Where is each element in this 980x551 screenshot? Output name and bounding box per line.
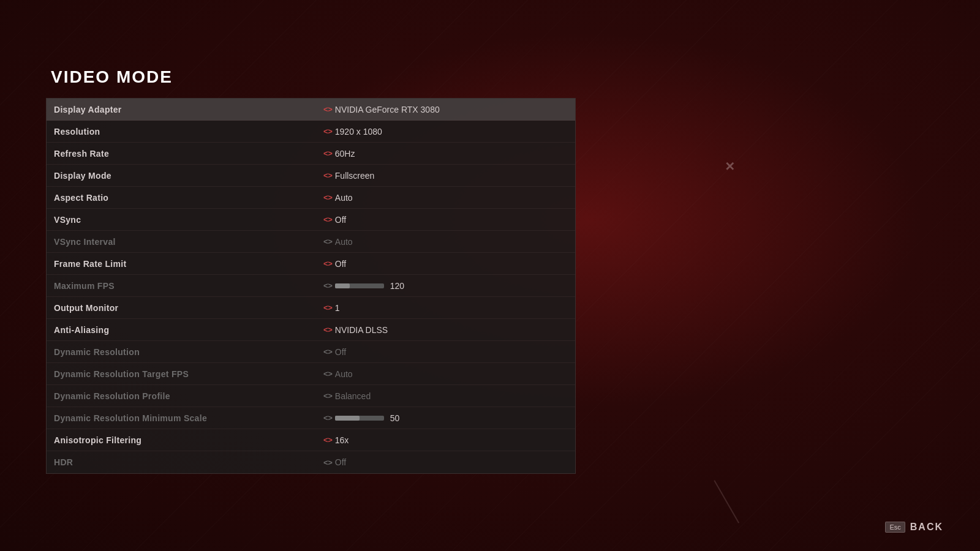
back-button[interactable]: Esc BACK <box>885 522 943 533</box>
arrows-display-mode[interactable]: < > <box>323 171 331 180</box>
setting-row-refresh-rate[interactable]: Refresh Rate< >60Hz <box>47 143 575 165</box>
setting-row-dynamic-resolution-target-fps[interactable]: Dynamic Resolution Target FPS< >Auto <box>47 363 575 385</box>
setting-value-display-adapter: NVIDIA GeForce RTX 3080 <box>335 105 440 114</box>
setting-label-output-monitor: Output Monitor <box>54 303 323 313</box>
setting-value-dynamic-resolution-minimum-scale: 50 <box>390 413 409 423</box>
back-label: BACK <box>910 522 943 533</box>
setting-value-display-mode: Fullscreen <box>335 171 375 181</box>
setting-label-dynamic-resolution-profile: Dynamic Resolution Profile <box>54 391 323 401</box>
setting-value-dynamic-resolution-target-fps: Auto <box>335 369 353 379</box>
setting-row-output-monitor[interactable]: Output Monitor< >1 <box>47 297 575 319</box>
setting-value-hdr: Off <box>335 457 346 467</box>
diagonal-decoration <box>714 456 780 523</box>
setting-row-vsync-interval[interactable]: VSync Interval< >Auto <box>47 231 575 253</box>
setting-row-resolution[interactable]: Resolution< >1920 x 1080 <box>47 121 575 143</box>
arrows-vsync[interactable]: < > <box>323 215 331 224</box>
setting-label-dynamic-resolution-target-fps: Dynamic Resolution Target FPS <box>54 369 323 379</box>
arrows-vsync-interval[interactable]: < > <box>323 237 331 246</box>
setting-label-vsync: VSync <box>54 215 323 225</box>
setting-value-output-monitor: 1 <box>335 303 340 313</box>
setting-label-resolution: Resolution <box>54 127 323 137</box>
setting-value-dynamic-resolution-profile: Balanced <box>335 391 371 401</box>
close-decoration: ✕ <box>725 159 735 174</box>
setting-row-anti-aliasing[interactable]: Anti-Aliasing< >NVIDIA DLSS <box>47 319 575 341</box>
setting-label-dynamic-resolution: Dynamic Resolution <box>54 347 323 357</box>
arrows-output-monitor[interactable]: < > <box>323 303 331 312</box>
setting-value-maximum-fps: 120 <box>390 281 409 291</box>
arrows-dynamic-resolution[interactable]: < > <box>323 347 331 356</box>
setting-label-anisotropic-filtering: Anisotropic Filtering <box>54 435 323 445</box>
setting-row-display-mode[interactable]: Display Mode< >Fullscreen <box>47 165 575 187</box>
esc-key-label: Esc <box>885 522 905 533</box>
setting-row-dynamic-resolution-profile[interactable]: Dynamic Resolution Profile< >Balanced <box>47 385 575 407</box>
setting-label-frame-rate-limit: Frame Rate Limit <box>54 259 323 269</box>
setting-value-vsync-interval: Auto <box>335 237 353 247</box>
setting-label-refresh-rate: Refresh Rate <box>54 149 323 159</box>
setting-value-vsync: Off <box>335 215 346 225</box>
arrows-hdr[interactable]: < > <box>323 458 331 467</box>
arrows-dynamic-resolution-minimum-scale[interactable]: < > <box>323 413 331 422</box>
setting-label-hdr: HDR <box>54 457 323 467</box>
setting-row-dynamic-resolution-minimum-scale[interactable]: Dynamic Resolution Minimum Scale< >50 <box>47 407 575 429</box>
setting-row-maximum-fps[interactable]: Maximum FPS< >120 <box>47 275 575 297</box>
setting-label-maximum-fps: Maximum FPS <box>54 281 323 291</box>
setting-row-vsync[interactable]: VSync< >Off <box>47 209 575 231</box>
setting-label-vsync-interval: VSync Interval <box>54 237 323 247</box>
setting-row-frame-rate-limit[interactable]: Frame Rate Limit< >Off <box>47 253 575 275</box>
setting-label-aspect-ratio: Aspect Ratio <box>54 193 323 203</box>
page-title: VIDEO MODE <box>51 67 173 87</box>
arrows-aspect-ratio[interactable]: < > <box>323 193 331 202</box>
setting-value-frame-rate-limit: Off <box>335 259 346 269</box>
setting-row-aspect-ratio[interactable]: Aspect Ratio< >Auto <box>47 187 575 209</box>
setting-row-anisotropic-filtering[interactable]: Anisotropic Filtering< >16x <box>47 429 575 451</box>
setting-value-refresh-rate: 60Hz <box>335 149 355 159</box>
setting-row-display-adapter[interactable]: Display Adapter< >NVIDIA GeForce RTX 308… <box>47 99 575 121</box>
setting-value-aspect-ratio: Auto <box>335 193 353 203</box>
arrows-anisotropic-filtering[interactable]: < > <box>323 435 331 444</box>
setting-value-dynamic-resolution: Off <box>335 347 346 357</box>
arrows-refresh-rate[interactable]: < > <box>323 149 331 158</box>
setting-value-anisotropic-filtering: 16x <box>335 435 349 445</box>
setting-row-dynamic-resolution[interactable]: Dynamic Resolution< >Off <box>47 341 575 363</box>
setting-label-display-mode: Display Mode <box>54 171 323 181</box>
setting-value-resolution: 1920 x 1080 <box>335 127 382 137</box>
arrows-frame-rate-limit[interactable]: < > <box>323 259 331 268</box>
arrows-resolution[interactable]: < > <box>323 127 331 136</box>
setting-row-hdr[interactable]: HDR< >Off <box>47 451 575 473</box>
arrows-dynamic-resolution-target-fps[interactable]: < > <box>323 369 331 378</box>
setting-label-dynamic-resolution-minimum-scale: Dynamic Resolution Minimum Scale <box>54 413 323 423</box>
setting-label-display-adapter: Display Adapter <box>54 105 323 114</box>
setting-label-anti-aliasing: Anti-Aliasing <box>54 325 323 335</box>
setting-value-anti-aliasing: NVIDIA DLSS <box>335 325 388 335</box>
arrows-display-adapter[interactable]: < > <box>323 105 331 114</box>
arrows-dynamic-resolution-profile[interactable]: < > <box>323 391 331 400</box>
arrows-anti-aliasing[interactable]: < > <box>323 325 331 334</box>
arrows-maximum-fps[interactable]: < > <box>323 281 331 290</box>
settings-panel: Display Adapter< >NVIDIA GeForce RTX 308… <box>46 98 576 474</box>
